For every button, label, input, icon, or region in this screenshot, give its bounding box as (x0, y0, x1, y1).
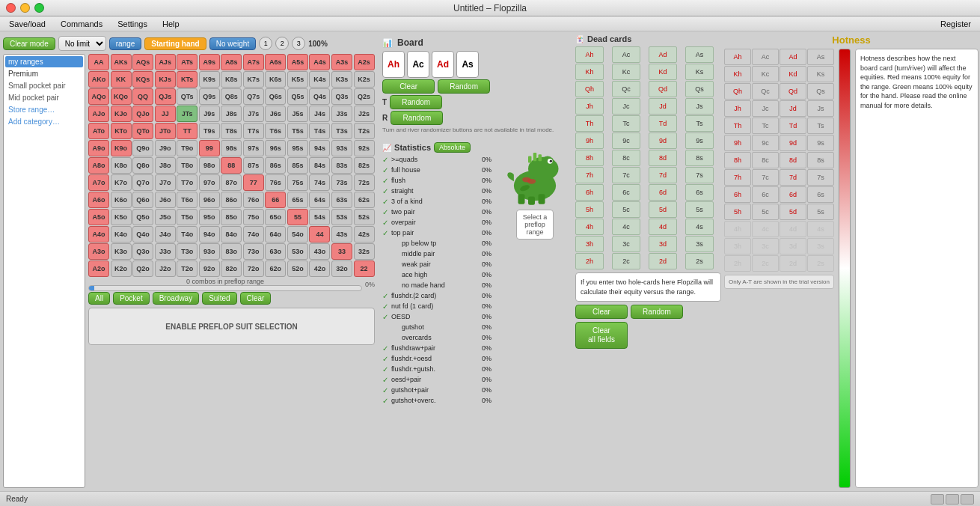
hand-cell[interactable]: 64o (265, 226, 286, 243)
dead-card[interactable]: Ks (685, 64, 714, 80)
hand-cell[interactable]: 98o (199, 157, 220, 174)
hotness-card[interactable]: Tc (752, 118, 779, 134)
hotness-card[interactable]: 6d (780, 186, 806, 203)
clear-button[interactable]: Clear (240, 292, 272, 305)
hotness-card[interactable]: Qh (724, 83, 751, 100)
hotness-card[interactable]: 9s (807, 135, 834, 151)
num2-button[interactable]: 2 (275, 37, 289, 50)
hand-cell[interactable]: A4o (88, 226, 109, 243)
hand-cell[interactable]: QJo (132, 106, 153, 122)
hand-cell[interactable]: JJ (155, 106, 176, 122)
dead-card[interactable]: 5s (685, 201, 714, 218)
hand-cell[interactable]: A8s (221, 54, 242, 70)
board-clear-button[interactable]: Clear (382, 79, 435, 94)
hand-cell[interactable]: K4s (309, 71, 330, 88)
hand-cell[interactable]: QTs (177, 88, 197, 105)
minimize-button[interactable] (20, 3, 30, 13)
hand-cell[interactable]: K9s (199, 71, 220, 88)
dead-card[interactable]: Tc (612, 115, 640, 132)
hotness-card[interactable]: 5c (752, 204, 779, 220)
hand-cell[interactable]: K7s (243, 71, 264, 88)
stat-check-icon[interactable]: ✓ (382, 344, 390, 353)
stat-check-icon[interactable]: ✓ (382, 229, 390, 237)
hand-cell[interactable]: 86o (221, 192, 242, 208)
status-btn-1[interactable] (931, 494, 944, 505)
hotness-card[interactable]: Th (724, 118, 751, 134)
clear-mode-button[interactable]: Clear mode (3, 37, 55, 50)
hand-cell[interactable]: 92s (354, 140, 375, 156)
hand-cell[interactable]: 64s (309, 192, 330, 208)
hotness-card[interactable]: Kh (724, 66, 751, 82)
close-button[interactable] (6, 3, 16, 13)
dead-card[interactable]: 2s (685, 253, 714, 269)
hand-cell[interactable]: 75o (243, 209, 264, 225)
menu-commands[interactable]: Commands (55, 19, 108, 29)
hotness-card[interactable]: 5h (724, 204, 751, 220)
hand-cell[interactable]: 65s (287, 192, 308, 208)
hand-cell[interactable]: K6s (265, 71, 286, 88)
hand-cell[interactable]: J3s (331, 106, 352, 122)
hand-cell[interactable]: KK (111, 71, 132, 88)
hand-cell[interactable]: 62s (354, 192, 375, 208)
hand-cell[interactable]: J8o (155, 157, 176, 174)
hand-cell[interactable]: J6o (155, 192, 176, 208)
stat-check-icon[interactable]: ✓ (382, 397, 390, 405)
hand-cell[interactable]: 44 (309, 226, 330, 243)
hand-cell[interactable]: J6s (265, 106, 286, 122)
hand-cell[interactable]: K9o (111, 140, 132, 156)
hand-cell[interactable]: 87o (221, 174, 242, 191)
hand-cell[interactable]: 43o (309, 243, 330, 260)
sidebar-item-store[interactable]: Store range… (5, 104, 83, 115)
hand-cell[interactable]: A3s (331, 54, 352, 70)
dead-card[interactable]: 4s (685, 219, 714, 235)
dead-card[interactable]: Th (575, 115, 604, 132)
hand-cell[interactable]: T6o (177, 192, 197, 208)
dead-card[interactable]: 8d (649, 150, 677, 166)
hotness-card[interactable]: 7c (752, 169, 779, 186)
hand-cell[interactable]: KQo (111, 88, 132, 105)
dead-card[interactable]: Kd (649, 64, 677, 80)
hand-cell[interactable]: J5s (287, 106, 308, 122)
hand-cell[interactable]: K6o (111, 192, 132, 208)
hand-cell[interactable]: 83s (331, 157, 352, 174)
stat-check-icon[interactable]: ✓ (382, 302, 390, 311)
dead-card[interactable]: Ts (685, 115, 714, 132)
hand-cell[interactable]: Q4o (132, 226, 153, 243)
stat-check-icon[interactable]: ✓ (382, 208, 390, 216)
hand-cell[interactable]: T5s (287, 123, 308, 139)
hand-cell[interactable]: T9s (199, 123, 220, 139)
hand-cell[interactable]: AJo (88, 106, 109, 122)
hand-cell[interactable]: Q7s (243, 88, 264, 105)
hand-cell[interactable]: 86s (265, 157, 286, 174)
hand-cell[interactable]: T7s (243, 123, 264, 139)
hand-cell[interactable]: 92o (199, 260, 220, 277)
hotness-card[interactable]: Ad (780, 49, 806, 65)
maximize-button[interactable] (34, 3, 44, 13)
hotness-card[interactable]: Kd (780, 66, 806, 82)
hand-cell[interactable]: K8s (221, 71, 242, 88)
hand-cell[interactable]: 85o (221, 209, 242, 225)
hand-cell[interactable]: 96o (199, 192, 220, 208)
hotness-card[interactable]: Jh (724, 100, 751, 117)
hand-cell[interactable]: QTo (132, 123, 153, 139)
hand-cell[interactable]: A7s (243, 54, 264, 70)
hand-cell[interactable]: QQ (132, 88, 153, 105)
stat-check-icon[interactable]: ✓ (382, 177, 390, 185)
hand-cell[interactable]: Q6s (265, 88, 286, 105)
hotness-card[interactable]: 8c (752, 152, 779, 168)
hand-cell[interactable]: 95o (199, 209, 220, 225)
hand-cell[interactable]: Q8o (132, 157, 153, 174)
hand-cell[interactable]: Q6o (132, 192, 153, 208)
clear-all-fields-button[interactable]: Clearall fields (575, 322, 628, 349)
hand-cell[interactable]: A6o (88, 192, 109, 208)
hand-cell[interactable]: J3o (155, 243, 176, 260)
hand-cell[interactable]: 62o (265, 260, 286, 277)
dead-card[interactable]: 7s (685, 167, 714, 183)
hand-cell[interactable]: ATs (177, 54, 197, 70)
hand-cell[interactable]: 72s (354, 174, 375, 191)
hand-cell[interactable]: K4o (111, 226, 132, 243)
hotness-card[interactable]: 6c (752, 186, 779, 203)
hand-cell[interactable]: JTo (155, 123, 176, 139)
sidebar-item-my-ranges[interactable]: my ranges (5, 56, 83, 67)
hand-cell[interactable]: AQo (88, 88, 109, 105)
